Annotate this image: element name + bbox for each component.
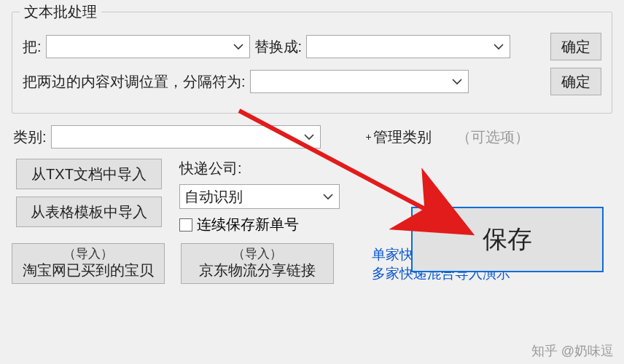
express-label: 快递公司: [179, 159, 340, 178]
express-column: 快递公司: 自动识别 连续保存新单号 [179, 159, 340, 234]
import-hint-label: （导入） [233, 245, 282, 262]
groupbox-title: 文本批处理 [20, 2, 101, 22]
chevron-down-icon [323, 193, 333, 200]
swap-confirm-button[interactable]: 确定 [550, 68, 601, 95]
import-taobao-button[interactable]: （导入） 淘宝网已买到的宝贝 [12, 243, 165, 284]
to-combo[interactable] [306, 35, 510, 58]
main-panel: 文本批处理 把: 替换成: 确定 把两边的内容对调位置，分隔符为: [0, 0, 624, 364]
from-label: 把: [23, 37, 42, 57]
save-button[interactable]: 保存 [411, 207, 604, 272]
import-jd-label: 京东物流分享链接 [199, 261, 316, 280]
category-combo[interactable] [51, 125, 321, 149]
swap-row: 把两边的内容对调位置，分隔符为: 确定 [23, 68, 601, 95]
watermark: 知乎 @奶味逗 [531, 342, 614, 360]
import-from-template-button[interactable]: 从表格模板中导入 [16, 197, 162, 227]
checkbox-box-icon [179, 218, 192, 232]
category-label: 类别: [13, 127, 47, 147]
replace-row: 把: 替换成: 确定 [23, 33, 601, 60]
import-column: 从TXT文档中导入 从表格模板中导入 [16, 159, 162, 227]
delimiter-combo[interactable] [250, 70, 469, 93]
to-label: 替换成: [254, 37, 303, 57]
continuous-save-checkbox[interactable]: 连续保存新单号 [179, 215, 340, 234]
category-row: 类别: 管理类别 （可选项） [13, 125, 611, 149]
express-combo[interactable]: 自动识别 [179, 184, 340, 209]
continuous-save-label: 连续保存新单号 [197, 215, 299, 234]
replace-confirm-button[interactable]: 确定 [550, 33, 601, 60]
chevron-down-icon [452, 78, 462, 85]
chevron-down-icon [233, 43, 243, 50]
swap-label: 把两边的内容对调位置，分隔符为: [23, 72, 246, 92]
text-batch-group: 文本批处理 把: 替换成: 确定 把两边的内容对调位置，分隔符为: [12, 12, 612, 114]
import-jd-button[interactable]: （导入） 京东物流分享链接 [181, 243, 334, 284]
chevron-down-icon [304, 133, 314, 141]
manage-category-link[interactable]: 管理类别 [366, 127, 432, 147]
express-combo-value: 自动识别 [184, 187, 323, 207]
optional-hint: （可选项） [456, 127, 529, 147]
chevron-down-icon [494, 43, 504, 50]
from-combo[interactable] [46, 35, 250, 58]
import-taobao-label: 淘宝网已买到的宝贝 [23, 261, 154, 280]
import-from-txt-button[interactable]: 从TXT文档中导入 [16, 159, 162, 189]
import-hint-label: （导入） [63, 245, 113, 262]
